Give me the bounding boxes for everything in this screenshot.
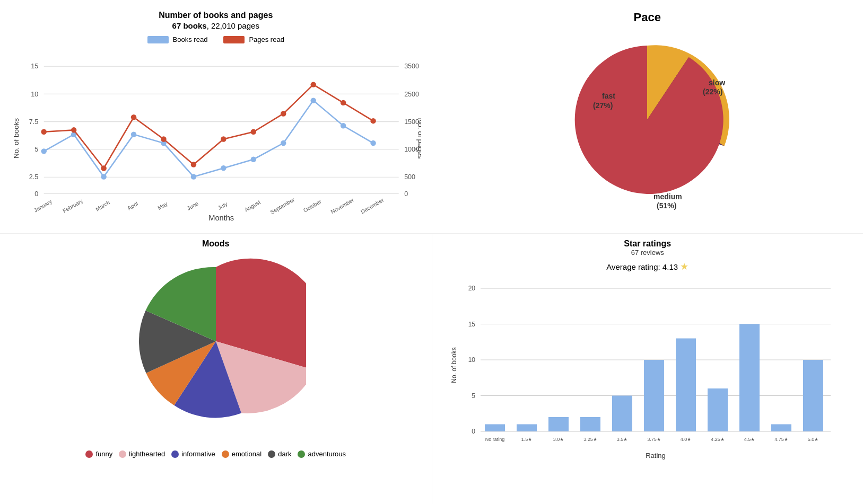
svg-point-41 [310, 98, 316, 103]
bar-no-rating [485, 425, 505, 432]
svg-text:3.0★: 3.0★ [553, 437, 564, 442]
bar-5-0 [803, 360, 823, 431]
svg-text:No. of books: No. of books [12, 118, 20, 158]
svg-text:4.5★: 4.5★ [744, 437, 755, 442]
svg-text:3500: 3500 [404, 63, 419, 70]
svg-text:1.5★: 1.5★ [521, 437, 532, 442]
svg-point-37 [191, 174, 196, 179]
legend-pages-color [223, 36, 245, 43]
funny-label: funny [95, 450, 112, 458]
svg-point-40 [281, 140, 286, 146]
svg-text:September: September [269, 197, 296, 215]
lighthearted-label: lighthearted [129, 450, 165, 458]
svg-point-54 [341, 100, 346, 105]
svg-text:2500: 2500 [404, 91, 419, 98]
moods-legend-informative: informative [171, 450, 215, 458]
svg-point-32 [41, 148, 46, 154]
svg-text:4.75★: 4.75★ [774, 437, 788, 442]
moods-legend-emotional: emotional [222, 450, 261, 458]
svg-point-43 [370, 140, 376, 146]
line-chart-subtitle: 67 books, 22,010 pages [172, 21, 259, 30]
line-chart-title: Number of books and pages [159, 11, 273, 20]
subtitle-books: 67 books [172, 21, 207, 30]
svg-text:10: 10 [31, 91, 38, 98]
svg-point-47 [131, 114, 136, 120]
moods-pie-svg [126, 254, 306, 445]
legend-books-color [147, 36, 169, 43]
svg-text:January: January [33, 198, 53, 213]
svg-text:0: 0 [34, 190, 38, 198]
dark-label: dark [278, 450, 291, 458]
lighthearted-dot [119, 450, 126, 458]
svg-point-50 [221, 136, 226, 142]
legend-books: Books read [147, 36, 208, 43]
line-chart-section: Number of books and pages 67 books, 22,0… [0, 0, 432, 233]
svg-point-53 [310, 82, 316, 87]
svg-text:December: December [360, 197, 385, 215]
star-icon: ★ [680, 261, 688, 272]
moods-legend-funny: funny [85, 450, 112, 458]
svg-text:500: 500 [404, 173, 415, 181]
informative-dot [171, 450, 179, 458]
svg-point-51 [251, 129, 256, 135]
svg-text:3.75★: 3.75★ [647, 437, 661, 442]
svg-text:5: 5 [34, 146, 38, 153]
svg-text:March: March [95, 200, 111, 213]
svg-point-35 [131, 131, 136, 137]
svg-text:4.0★: 4.0★ [680, 437, 691, 442]
bar-4-25 [708, 388, 728, 431]
legend-books-label: Books read [173, 36, 208, 43]
svg-text:No. of pages: No. of pages [416, 118, 421, 159]
svg-text:2.5: 2.5 [29, 173, 38, 181]
moods-legend: funny lighthearted informative emotional… [85, 450, 346, 458]
pace-section: Pace fast (27%) slow (22%) medium (51%) [432, 0, 864, 233]
svg-text:Rating: Rating [646, 452, 666, 459]
svg-point-42 [341, 123, 346, 128]
ratings-title: Star ratings [624, 239, 671, 249]
bar-4-0 [676, 339, 696, 432]
svg-text:15: 15 [31, 63, 38, 70]
svg-text:Months: Months [208, 214, 234, 222]
svg-text:June: June [186, 200, 199, 211]
line-chart-svg: 0 2.5 5 7.5 10 15 No. of books 0 500 100… [11, 49, 421, 228]
bar-3-0 [548, 417, 569, 431]
ratings-section: Star ratings 67 reviews Average rating: … [432, 233, 864, 504]
svg-text:November: November [330, 197, 355, 215]
svg-text:0: 0 [404, 190, 408, 198]
emotional-dot [222, 450, 229, 458]
svg-text:May: May [156, 201, 169, 211]
pace-fast-pct: (27%) [593, 101, 613, 110]
svg-text:15: 15 [468, 321, 475, 328]
pace-slow-label: slow [709, 78, 725, 87]
svg-text:No. of books: No. of books [450, 347, 458, 383]
pace-fast-label: fast [602, 92, 615, 100]
bar-3-5 [612, 396, 632, 432]
funny-dot [85, 450, 93, 458]
pace-pie-svg: fast (27%) slow (22%) medium (51%) [552, 30, 743, 210]
svg-point-55 [370, 118, 376, 123]
svg-point-39 [251, 156, 256, 162]
adventurous-label: adventurous [308, 450, 346, 458]
bar-4-75 [771, 425, 791, 432]
svg-point-46 [101, 165, 106, 171]
svg-text:5.0★: 5.0★ [807, 437, 818, 442]
pace-title: Pace [634, 11, 661, 24]
svg-text:February: February [62, 198, 84, 214]
subtitle-pages: , 22,010 pages [207, 21, 259, 30]
svg-point-48 [161, 136, 166, 142]
legend-pages-label: Pages read [249, 36, 284, 43]
pace-medium-pct: (51%) [657, 201, 676, 210]
dark-dot [268, 450, 275, 458]
avg-rating: Average rating: 4.13 ★ [606, 261, 688, 272]
moods-section: Moods funny [0, 233, 432, 504]
svg-text:October: October [302, 198, 322, 213]
svg-text:10: 10 [468, 356, 475, 364]
svg-text:4.25★: 4.25★ [711, 437, 725, 442]
pace-medium-label: medium [653, 192, 682, 201]
svg-text:20: 20 [468, 285, 475, 292]
svg-point-52 [281, 111, 286, 116]
ratings-subtitle: 67 reviews [631, 249, 664, 257]
bar-1-5 [517, 425, 537, 432]
svg-text:3.25★: 3.25★ [583, 437, 597, 442]
svg-text:3.5★: 3.5★ [616, 437, 627, 442]
